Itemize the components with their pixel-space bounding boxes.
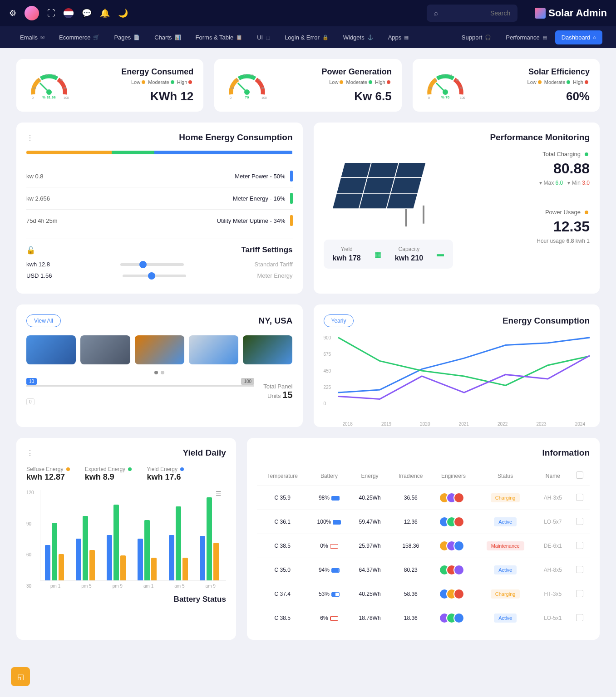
tariff-slider[interactable] <box>120 263 184 266</box>
svg-text:% 61.66: % 61.66 <box>42 95 56 99</box>
battery-icon: ▬ <box>437 250 444 258</box>
gallery-image[interactable] <box>26 335 76 364</box>
logo[interactable]: Solar Admin <box>535 7 607 19</box>
bar-group <box>45 523 67 580</box>
tariff-row: USD 1.56Meter Energy <box>26 272 293 279</box>
svg-text:100: 100 <box>64 96 69 99</box>
row-checkbox[interactable] <box>576 518 583 525</box>
table-header: Name <box>536 466 570 486</box>
navbar: Emails✉Ecommerce🛒Pages📄Charts📊Forms & Ta… <box>0 26 616 48</box>
perf-title: Performance Monitoring <box>490 133 590 142</box>
usage-label: Power Usage <box>545 209 581 216</box>
chat-icon[interactable]: 💬 <box>82 8 92 18</box>
svg-text:50: 50 <box>45 74 49 77</box>
solar-panel-image <box>324 151 442 232</box>
more-icon[interactable]: ⋮ <box>26 449 34 457</box>
engineers-avatars[interactable] <box>436 613 472 623</box>
home-energy-title: Home Energy Consumption <box>179 133 292 142</box>
location-card: View All NY, USA 10 100 <box>16 304 303 427</box>
nav-formstable[interactable]: Forms & Table📋 <box>189 30 249 44</box>
svg-text:20: 20 <box>429 87 433 89</box>
total-panel-label: Total Panel <box>263 383 292 390</box>
table-row: C 38.5 0% 25.97Wh158.36 Maintenance DE-6… <box>257 534 590 558</box>
row-checkbox[interactable] <box>576 590 583 597</box>
settings-sliders-icon[interactable]: ⚙ <box>9 8 16 18</box>
nav-dashboard[interactable]: Dashboard⌂ <box>555 30 602 44</box>
engineers-avatars[interactable] <box>436 516 472 527</box>
gallery-image[interactable] <box>189 335 238 364</box>
gallery-image[interactable] <box>135 335 184 364</box>
fullscreen-icon[interactable]: ⛶ <box>47 9 55 18</box>
nav-charts[interactable]: Charts📊 <box>148 30 187 44</box>
engineers-avatars[interactable] <box>436 589 472 599</box>
nav-loginerror[interactable]: Login & Error🔒 <box>278 30 335 44</box>
metric-row: kw 2.656Meter Energy - 16% <box>26 187 293 210</box>
yearly-button[interactable]: Yearly <box>324 314 354 327</box>
svg-line-12 <box>238 83 247 92</box>
search-icon: ⌕ <box>434 9 439 17</box>
tariff-slider[interactable] <box>123 275 186 277</box>
charging-value: 80.88 <box>462 160 590 177</box>
gauge-meter: % 61.66 0 100 20 40 50 60 70 80 <box>26 69 72 101</box>
flag-icon[interactable] <box>64 8 74 18</box>
checkbox-all[interactable] <box>576 471 583 479</box>
unlock-icon[interactable]: 🔓 <box>26 246 35 255</box>
gallery-image[interactable] <box>243 335 292 364</box>
status-badge: Charging <box>491 589 520 599</box>
svg-text:20: 20 <box>231 87 234 89</box>
row-checkbox[interactable] <box>576 494 583 501</box>
moon-icon[interactable]: 🌙 <box>118 8 128 18</box>
row-checkbox[interactable] <box>576 566 583 573</box>
yield-legend-item: Selfuse Energy kwh 12.87 <box>26 466 71 482</box>
svg-text:60: 60 <box>449 74 452 77</box>
engineers-avatars[interactable] <box>436 540 472 551</box>
gauge-meter: % 70 0 100 20 40 50 60 70 80 <box>423 69 468 101</box>
row-checkbox[interactable] <box>576 614 583 621</box>
pagination-dots[interactable] <box>26 371 293 374</box>
more-icon[interactable]: ⋮ <box>26 133 34 142</box>
bar-group <box>169 506 191 580</box>
gauge-card: % 61.66 0 100 20 40 50 60 70 80 Energy C… <box>16 59 203 112</box>
gallery-image[interactable] <box>80 335 130 364</box>
row-checkbox[interactable] <box>576 542 583 549</box>
nav-support[interactable]: Support🎧 <box>455 30 498 44</box>
gauge-legend: Low Moderate High <box>80 79 193 85</box>
gauge-value: Kw 6.5 <box>278 89 391 103</box>
nav-performance[interactable]: Performance▤ <box>499 30 553 44</box>
nav-widgets[interactable]: Widgets⚓ <box>337 30 380 44</box>
nav-emails[interactable]: Emails✉ <box>14 30 51 44</box>
svg-text:80: 80 <box>460 87 463 89</box>
yield-daily-card: ⋮ Yield Daily Selfuse Energy kwh 12.87Ex… <box>16 438 236 640</box>
nav-ecommerce[interactable]: Ecommerce🛒 <box>53 30 106 44</box>
table-header: Irradience <box>389 466 432 486</box>
status-badge: Active <box>494 517 517 526</box>
progress-bar <box>26 151 293 154</box>
engineers-avatars[interactable] <box>436 564 472 575</box>
range-slider[interactable]: 10 100 <box>26 378 254 391</box>
nav-apps[interactable]: Apps▦ <box>382 30 415 44</box>
bell-icon[interactable]: 🔔 <box>100 8 110 18</box>
svg-text:20: 20 <box>33 87 36 89</box>
search-input[interactable] <box>444 10 510 17</box>
nav-ui[interactable]: UI⬚ <box>251 30 276 44</box>
table-header: Battery <box>308 466 350 486</box>
svg-text:100: 100 <box>261 96 267 99</box>
table-header: Engineers <box>432 466 475 486</box>
view-all-button[interactable]: View All <box>26 314 61 327</box>
yield-capacity-box: Yield kwh 178 ▦ Capacity kwh 210 ▬ <box>324 240 453 269</box>
minmax: ▾ Max 6.0 ▾ Min 3.0 <box>462 180 590 186</box>
status-badge: Maintenance <box>487 541 524 550</box>
info-table: TemperatureBatteryEnergyIrradienceEngine… <box>257 466 590 630</box>
svg-text:70: 70 <box>59 79 63 81</box>
nav-pages[interactable]: Pages📄 <box>108 30 146 44</box>
gauge-card: % 70 0 100 20 40 50 60 70 80 Solar Effic… <box>413 59 600 112</box>
svg-text:80: 80 <box>64 87 67 89</box>
tariff-row: kwh 12.8Standard Tariff <box>26 261 293 268</box>
search-box[interactable]: ⌕ <box>427 5 517 22</box>
engineers-avatars[interactable] <box>436 492 472 503</box>
avatar[interactable] <box>25 6 39 20</box>
panel-gallery[interactable] <box>26 335 293 364</box>
information-card: Information TemperatureBatteryEnergyIrra… <box>247 438 600 640</box>
home-energy-card: ⋮ Home Energy Consumption kw 0.8Meter Po… <box>16 123 303 294</box>
gauge-value: 60% <box>476 89 590 103</box>
